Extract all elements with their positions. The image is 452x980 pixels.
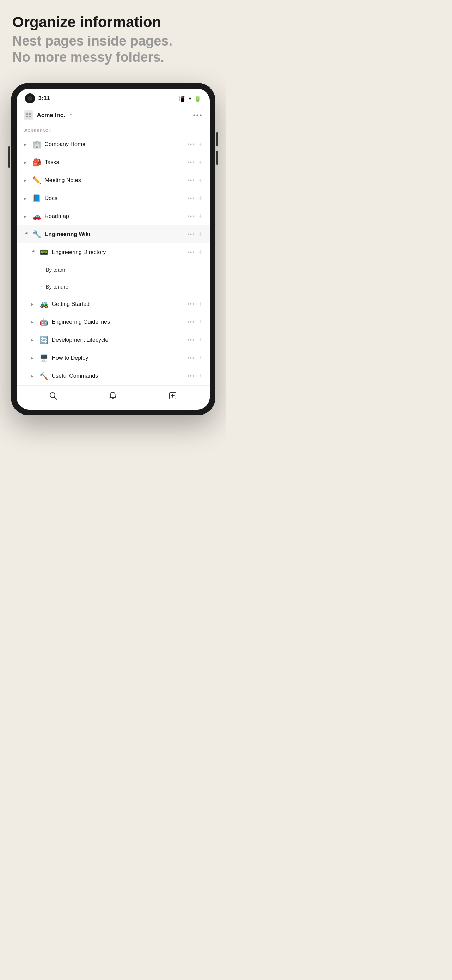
item-add[interactable]: + [199,318,203,326]
company-home-emoji: 🏢 [32,140,42,148]
getting-started-emoji: 🚜 [39,300,49,308]
item-options[interactable]: ••• [187,213,195,220]
item-add[interactable]: + [199,355,203,362]
engineering-guidelines-label: Engineering Guidelines [52,319,188,325]
tab-bar [17,385,210,410]
nav-item-engineering-wiki[interactable]: ▼ 🔧 Engineering Wiki ••• + [17,226,210,243]
expand-icon: ▶ [31,338,36,342]
collapse-icon: ▼ [32,250,36,255]
how-to-deploy-label: How to Deploy [52,355,188,361]
item-options[interactable]: ••• [187,195,195,201]
engineering-guidelines-emoji: 🤖 [39,318,49,326]
nav-item-useful-commands[interactable]: ▶ 🔨 Useful Commands ••• + [17,367,210,385]
item-add[interactable]: + [199,177,203,184]
item-add[interactable]: + [199,337,203,344]
svg-rect-4 [29,116,31,118]
hero-subtitle: Nest pages inside pages. No more messy f… [12,33,214,65]
workspace-name-label: Acme Inc. [37,112,65,119]
docs-emoji: 📘 [32,194,42,202]
engineering-directory-label: Engineering Directory [52,249,188,255]
volume-buttons [216,132,218,165]
nav-item-getting-started[interactable]: ▶ 🚜 Getting Started ••• + [17,295,210,313]
expand-icon: ▶ [24,160,29,165]
expand-icon: ▶ [24,142,29,147]
nav-item-development-lifecycle[interactable]: ▶ 🔄 Development Lifecycle ••• + [17,331,210,349]
nav-item-engineering-guidelines[interactable]: ▶ 🤖 Engineering Guidelines ••• + [17,313,210,331]
expand-icon: ▶ [31,320,36,325]
svg-rect-2 [29,113,31,115]
search-tab[interactable] [49,391,58,402]
nav-item-roadmap[interactable]: ▶ 🚗 Roadmap ••• + [17,207,210,226]
engineering-wiki-label: Engineering Wiki [45,231,188,237]
nav-item-meeting-notes[interactable]: ▶ ✏️ Meeting Notes ••• + [17,172,210,189]
new-page-tab[interactable] [168,391,178,402]
item-add[interactable]: + [199,213,203,220]
engineering-wiki-emoji: 🔧 [32,230,42,239]
expand-icon: ▶ [24,214,29,219]
item-add[interactable]: + [199,159,203,166]
tasks-emoji: 🎒 [32,158,42,167]
item-options[interactable]: ••• [187,355,195,361]
roadmap-label: Roadmap [45,213,188,220]
by-tenure-label: By tenure [46,284,203,290]
expand-icon: ▶ [24,196,29,201]
item-add[interactable]: + [199,195,203,202]
workspace-selector[interactable]: Acme Inc. ⌃ [24,110,73,120]
item-options[interactable]: ••• [187,337,195,343]
nav-item-by-team[interactable]: · By team [17,261,210,278]
phone-frame: 3:11 📳 ▾ 🔋 Acme I [11,83,216,415]
nav-item-how-to-deploy[interactable]: ▶ 🖥️ How to Deploy ••• + [17,349,210,367]
battery-icon: 🔋 [194,95,201,102]
nav-item-engineering-directory[interactable]: ▼ 📟 Engineering Directory ••• + [17,243,210,261]
app-header: Acme Inc. ⌃ ••• [17,107,210,124]
item-options[interactable]: ••• [187,159,195,165]
power-button [8,146,10,167]
workspace-logo [24,110,33,120]
engineering-directory-emoji: 📟 [39,248,49,256]
item-options[interactable]: ••• [187,177,195,183]
item-add[interactable]: + [199,372,203,380]
roadmap-emoji: 🚗 [32,212,42,221]
docs-label: Docs [45,195,188,201]
item-add[interactable]: + [199,141,203,148]
svg-line-6 [55,397,57,400]
item-options[interactable]: ••• [187,319,195,325]
nav-item-company-home[interactable]: ▶ 🏢 Company Home ••• + [17,135,210,153]
item-add[interactable]: + [199,301,203,308]
sidebar: WORKSPACE ▶ 🏢 Company Home ••• + ▶ 🎒 Tas… [17,124,210,385]
development-lifecycle-label: Development Lifecycle [52,337,188,343]
by-team-label: By team [46,267,203,273]
status-bar: 3:11 📳 ▾ 🔋 [17,89,210,107]
development-lifecycle-emoji: 🔄 [39,336,49,344]
item-options[interactable]: ••• [187,231,195,237]
svg-rect-1 [27,113,28,115]
nav-item-docs[interactable]: ▶ 📘 Docs ••• + [17,189,210,207]
expand-icon: ▶ [31,374,36,379]
header-menu-button[interactable]: ••• [193,111,202,119]
meeting-notes-emoji: ✏️ [32,176,42,185]
vibrate-icon: 📳 [179,95,186,102]
item-options[interactable]: ••• [187,249,195,255]
tasks-label: Tasks [45,159,188,165]
bullet-icon: · [41,283,42,290]
item-add[interactable]: + [199,231,203,238]
section-label: WORKSPACE [17,124,210,135]
useful-commands-emoji: 🔨 [39,372,49,380]
item-options[interactable]: ••• [187,141,195,148]
nav-item-by-tenure[interactable]: · By tenure [17,278,210,295]
nav-item-tasks[interactable]: ▶ 🎒 Tasks ••• + [17,153,210,172]
item-options[interactable]: ••• [187,301,195,307]
notifications-tab[interactable] [108,391,117,402]
svg-rect-3 [27,116,28,118]
hero-title: Organize information [12,14,214,30]
item-add[interactable]: + [199,249,203,256]
company-home-label: Company Home [45,141,188,148]
meeting-notes-label: Meeting Notes [45,177,188,183]
status-time: 3:11 [38,95,51,102]
camera [25,94,35,103]
expand-icon: ▶ [31,356,36,361]
useful-commands-label: Useful Commands [52,373,188,379]
item-options[interactable]: ••• [187,373,195,379]
expand-icon: ▶ [31,302,36,307]
wifi-icon: ▾ [189,95,192,102]
